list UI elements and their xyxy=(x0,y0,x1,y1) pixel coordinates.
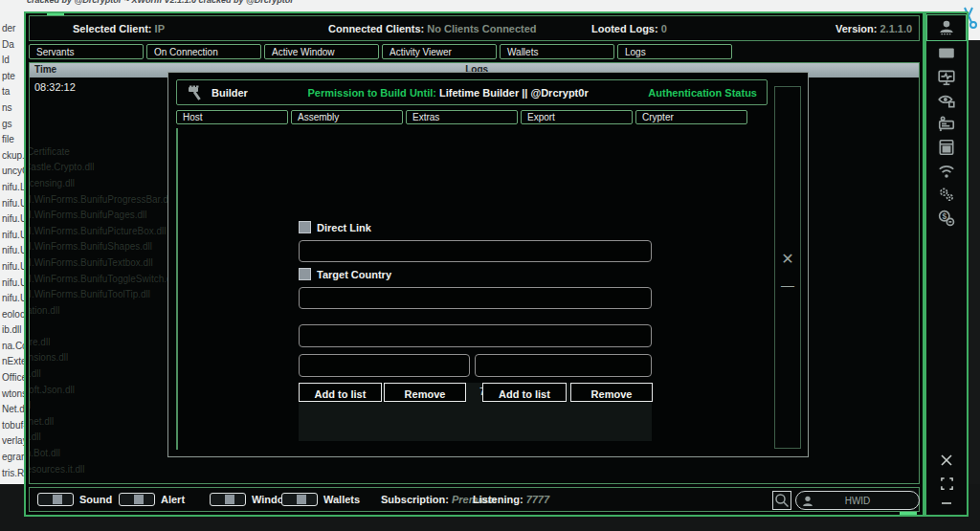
permission-status: Permission to Build Until: Lifetime Buil… xyxy=(308,87,589,99)
dialog-title: Builder xyxy=(212,87,248,99)
bleed-through-file-list: derDaldptetansgsfileckup.Certificateuncy… xyxy=(29,62,176,477)
version-value: 2.1.1.0 xyxy=(880,23,912,34)
top-info-bar: Selected Client: IP Connected Clients: N… xyxy=(29,15,920,41)
toggle-box[interactable] xyxy=(281,493,318,506)
selected-client: Selected Client: IP xyxy=(73,23,165,34)
surveillance-eye-icon xyxy=(937,91,956,110)
monitor-icon xyxy=(937,44,956,63)
builder-tab-host[interactable]: Host xyxy=(176,110,288,124)
sidebar-item-network[interactable] xyxy=(926,160,967,184)
toggle-label: Wallets xyxy=(323,494,360,505)
permission-value: Lifetime Builder || @Drcrypt0r xyxy=(439,87,589,99)
desktop-filler-right xyxy=(967,40,980,531)
toggle-knob xyxy=(297,495,306,504)
wifi-icon xyxy=(937,162,956,181)
builder-icon xyxy=(187,84,204,101)
target-country-checkbox[interactable] xyxy=(299,268,311,280)
sidebar-item-surveillance[interactable] xyxy=(926,89,967,113)
hwid-placeholder: HWID xyxy=(796,496,919,506)
direct-link-input[interactable] xyxy=(299,240,652,262)
builder-tab-crypter[interactable]: Crypter xyxy=(635,110,747,124)
target-country-input[interactable] xyxy=(299,287,652,309)
toggle-box[interactable] xyxy=(37,493,74,506)
settings-gears-icon xyxy=(937,185,956,204)
toggle-label: Sound xyxy=(79,494,112,505)
main-tab-wallets[interactable]: Wallets xyxy=(500,44,614,59)
builder-tab-export[interactable]: Export xyxy=(521,110,633,124)
toggle-knob xyxy=(53,495,62,504)
looted-logs-value: 0 xyxy=(661,23,667,34)
builder-button-remove-left[interactable]: Remove xyxy=(384,383,466,402)
direct-link-label: Direct Link xyxy=(317,222,371,233)
listening-port-value: 7777 xyxy=(526,494,549,505)
toggle-knob xyxy=(225,495,234,504)
sidebar-item-monitor[interactable] xyxy=(926,42,967,66)
builder-dialog-header: Builder Permission to Build Until: Lifet… xyxy=(176,79,768,105)
sidebar-item-user[interactable] xyxy=(926,14,967,41)
log-row-timestamp: 08:32:12 xyxy=(34,81,76,93)
keylogger-icon xyxy=(937,115,956,134)
hwid-search-input[interactable]: HWID xyxy=(795,491,920,510)
connected-clients-value: No Clients Connected xyxy=(427,23,536,34)
app-maximize-button[interactable] xyxy=(940,476,954,491)
user-icon xyxy=(937,18,956,37)
builder-host-tab-content: Direct Link Target Country 127.0.0.1 777… xyxy=(176,128,768,450)
svg-text:$: $ xyxy=(943,211,947,221)
looted-logs: Looted Logs: 0 xyxy=(591,23,667,34)
main-tab-bar: ServantsOn ConnectionActive WindowActivi… xyxy=(29,44,920,60)
sidebar-item-window[interactable] xyxy=(926,136,967,160)
app-window-icon xyxy=(937,138,956,157)
main-tab-activity-viewer[interactable]: Activity Viewer xyxy=(382,44,497,59)
builder-tab-bar: HostAssemblyExtrasExportCrypter xyxy=(176,110,750,124)
host-input[interactable] xyxy=(299,324,652,347)
builder-button-remove-right[interactable]: Remove xyxy=(570,383,653,402)
main-tab-servants[interactable]: Servants xyxy=(29,44,144,59)
sidebar-item-activity[interactable] xyxy=(926,66,967,90)
sidebar-icon-rail: $ xyxy=(924,11,969,517)
target-country-label: Target Country xyxy=(317,269,391,280)
background-window-title: cracked by @Drcryptor ~ XWorm V2.1.1.0 c… xyxy=(27,0,294,6)
app-close-button[interactable] xyxy=(939,453,954,468)
toggle-window[interactable]: Window xyxy=(210,493,292,506)
builder-tab-assembly[interactable]: Assembly xyxy=(291,110,403,124)
main-tab-logs[interactable]: Logs xyxy=(617,44,732,59)
dialog-control-strip: ✕ — xyxy=(774,86,801,449)
bottom-status-bar: Sound Alert Window Wallets Subscription:… xyxy=(29,487,920,512)
builder-dialog: Builder Permission to Build Until: Lifet… xyxy=(167,72,809,457)
main-tab-active-window[interactable]: Active Window xyxy=(264,44,379,59)
dialog-minimize-button[interactable]: — xyxy=(775,278,800,292)
toggle-label: Alert xyxy=(161,494,185,505)
sidebar-item-settings[interactable] xyxy=(926,183,967,207)
ip-input[interactable] xyxy=(299,354,470,377)
builder-tab-extras[interactable]: Extras xyxy=(406,110,518,124)
search-button[interactable] xyxy=(772,491,791,510)
sidebar-item-wallets[interactable]: $ xyxy=(926,207,967,231)
app-minimize-button[interactable] xyxy=(939,499,954,507)
main-tab-on-connection[interactable]: On Connection xyxy=(146,44,261,59)
version: Version: 2.1.1.0 xyxy=(835,23,912,34)
money-coins-icon: $ xyxy=(937,209,956,228)
direct-link-checkbox[interactable] xyxy=(299,221,311,233)
connected-clients: Connected Clients: No Clients Connected xyxy=(328,23,537,34)
listening-status: Listening: 7777 xyxy=(473,494,549,505)
activity-monitor-icon xyxy=(937,68,956,87)
toggle-box[interactable] xyxy=(119,493,155,506)
search-icon xyxy=(773,492,791,509)
toggle-sound[interactable]: Sound xyxy=(37,493,112,506)
builder-button-add-to-list-right[interactable]: Add to list xyxy=(482,383,567,402)
port-input[interactable] xyxy=(475,354,652,377)
sidebar-item-keylogger[interactable] xyxy=(926,113,967,137)
dialog-close-button[interactable]: ✕ xyxy=(775,252,800,267)
builder-button-add-to-list-left[interactable]: Add to list xyxy=(299,383,382,402)
selected-client-value: IP xyxy=(155,23,165,34)
toggle-wallets[interactable]: Wallets xyxy=(281,493,360,506)
column-header-time: Time xyxy=(34,64,56,75)
toggle-alert[interactable]: Alert xyxy=(119,493,185,506)
authentication-status: Authentication Status xyxy=(648,87,757,99)
toggle-knob xyxy=(134,495,144,504)
toggle-box[interactable] xyxy=(210,493,246,506)
